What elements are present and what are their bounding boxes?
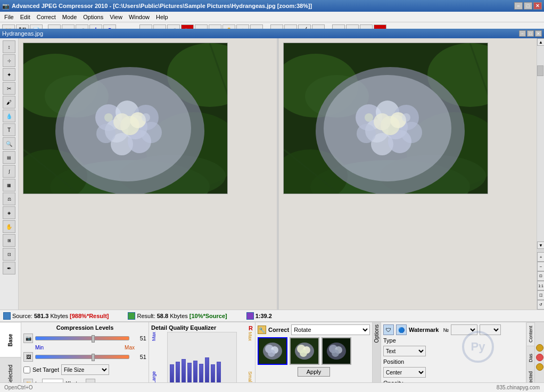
thumbnail-2[interactable] (290, 337, 319, 365)
bottom-panel: Base Selected Compression Levels 📷 51 Mi… (0, 321, 544, 392)
minimize-button[interactable]: − (514, 2, 523, 10)
inner-close[interactable]: ✕ (535, 30, 542, 37)
title-bar-controls: − □ ✕ (514, 2, 542, 10)
zoom-orig-btn[interactable]: ◫ (537, 290, 544, 300)
slider-thumb-2[interactable] (92, 354, 95, 361)
menu-help[interactable]: Help (153, 13, 171, 21)
inner-maximize[interactable]: □ (527, 30, 534, 37)
tool-levels[interactable]: ▤ (3, 151, 15, 164)
options-panel: Options (373, 322, 381, 392)
source-size: 581.3 (34, 313, 49, 319)
tool-zoom[interactable]: 🔍 (3, 137, 15, 150)
content-tab[interactable]: Content (527, 322, 534, 346)
eq-bar-7[interactable] (205, 357, 209, 383)
type-select[interactable]: Text (383, 346, 426, 356)
thumbnails-row (258, 337, 370, 365)
eq-small-right: Small (237, 371, 253, 383)
max-label: Max (125, 345, 135, 351)
eq-bar-3[interactable] (182, 359, 186, 383)
zoom-in-btn[interactable]: + (537, 252, 544, 262)
eq-right-labels: Max Small (237, 332, 253, 383)
inner-minimize[interactable]: − (519, 30, 526, 37)
eq-bar-9[interactable] (217, 362, 221, 383)
scroll-up[interactable]: ▲ (537, 38, 544, 46)
menu-window[interactable]: Window (126, 13, 153, 21)
tool-hand[interactable]: ✋ (3, 220, 15, 233)
svg-point-22 (104, 113, 113, 122)
tool-balance[interactable]: ⚖ (3, 193, 15, 205)
tool-pan[interactable]: ⊞ (3, 234, 15, 247)
target-checkbox[interactable] (23, 366, 30, 373)
tool-eyedrop[interactable]: 💧 (3, 110, 15, 122)
eq-left-labels: Max Large (151, 332, 167, 383)
menu-correct[interactable]: Correct (34, 13, 59, 21)
tool-arrow[interactable]: ↕ (3, 40, 15, 53)
tool-crop[interactable]: ✂ (3, 82, 15, 95)
svg-point-21 (113, 113, 130, 130)
zoom-fit-btn[interactable]: ⊡ (537, 271, 544, 281)
source-status: Source: 581.3 Kbytes [988%*Result] (3, 312, 109, 320)
eq-bar-1[interactable] (170, 364, 174, 383)
eq-large-label: Large (151, 371, 167, 383)
source-unit: Kbytes (50, 313, 68, 319)
result-size: 58.8 (157, 313, 168, 319)
menu-mode[interactable]: Mode (59, 13, 80, 21)
tool-magic[interactable]: ✦ (3, 68, 15, 81)
apply-button[interactable]: Apply (298, 367, 331, 377)
tool-curves[interactable]: ∫ (3, 165, 15, 178)
watermark-label: Watermark (409, 327, 439, 333)
inner-titlebar-controls: − □ ✕ (519, 30, 542, 37)
eq-bars-inner (170, 346, 234, 383)
thumb-svg-3 (323, 338, 350, 364)
tool-histo[interactable]: ▦ (3, 179, 15, 191)
eq-bar-5[interactable] (193, 361, 197, 383)
source-image (23, 43, 228, 194)
eq-bar-8[interactable] (211, 364, 215, 383)
menu-file[interactable]: File (1, 13, 17, 21)
result-icon (128, 312, 135, 320)
ratio-val: 1:39.2 (255, 313, 272, 319)
eq-bars (167, 332, 237, 383)
zoom-100-btn[interactable]: 1:1 (537, 281, 544, 290)
ratio-status: 1:39.2 (246, 312, 272, 320)
base-tab[interactable]: Base (0, 322, 21, 357)
menu-edit[interactable]: Edit (17, 13, 34, 21)
source-image-panel (19, 38, 277, 310)
menu-options[interactable]: Options (80, 13, 106, 21)
scroll-thumb[interactable] (537, 65, 543, 76)
scroll-down[interactable]: ▼ (537, 241, 544, 249)
tool-paint[interactable]: 🖌 (3, 96, 15, 109)
maximize-button[interactable]: □ (524, 2, 532, 10)
result-image (284, 43, 488, 194)
file-size-select[interactable]: File Size (61, 364, 109, 375)
thumbnail-3[interactable] (322, 337, 351, 365)
result-status: Result: 58.8 Kbytes [10%*Source] (128, 312, 227, 320)
tool-select[interactable]: ⊹ (3, 54, 15, 67)
das-tab[interactable]: Das (527, 346, 534, 369)
menu-view[interactable]: View (106, 13, 126, 21)
slider-thumb-1[interactable] (92, 335, 95, 343)
inner-titlebar: Hydrangeas.jpg − □ ✕ (0, 29, 544, 38)
set-target-label: Set Target (32, 366, 59, 373)
rotate-select[interactable]: Rotate (291, 324, 370, 335)
source-image-container (23, 43, 228, 194)
position-label: Position (383, 358, 404, 365)
zoom-custom-btn[interactable]: ↺ (537, 300, 544, 310)
tool-pen[interactable]: ✒ (3, 262, 15, 274)
thumbnail-1[interactable] (258, 337, 287, 365)
zoom-out-btn[interactable]: − (537, 262, 544, 271)
slider-track-2[interactable] (35, 355, 129, 359)
position-select[interactable]: Center (383, 367, 426, 378)
eq-bar-6[interactable] (199, 364, 203, 383)
svg-point-48 (365, 113, 373, 122)
tool-text[interactable]: T (3, 123, 15, 136)
close-button[interactable]: ✕ (533, 2, 542, 10)
slider-track-1[interactable] (35, 336, 129, 340)
eq-bar-4[interactable] (187, 363, 192, 383)
tool-sharp[interactable]: ◈ (3, 206, 15, 219)
tool-stamp[interactable]: ⊡ (3, 248, 15, 261)
eq-bar-2[interactable] (176, 362, 180, 383)
source-pct: [988%*Result] (70, 313, 109, 319)
svg-point-66 (332, 349, 339, 357)
type-label: Type (383, 337, 396, 344)
